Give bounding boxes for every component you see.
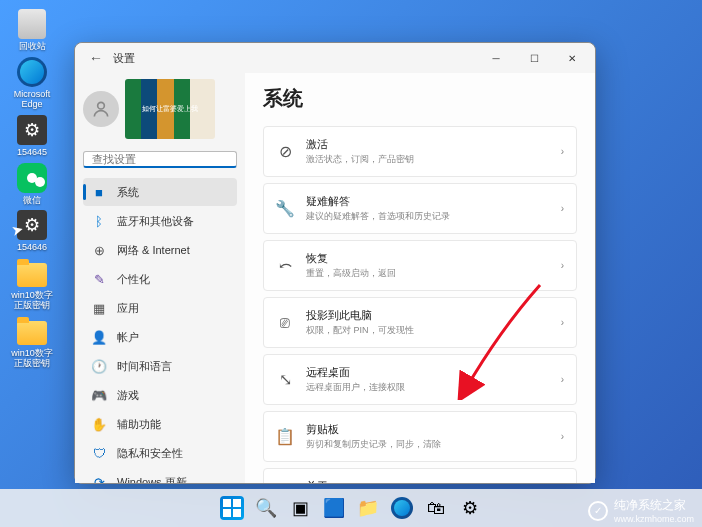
page-title: 系统: [263, 85, 577, 112]
nav-item-5[interactable]: 👤帐户: [83, 323, 237, 351]
nav-item-4[interactable]: ▦应用: [83, 294, 237, 322]
chevron-right-icon: ›: [561, 203, 564, 214]
settings-card-6[interactable]: ⓘ关于设备规格，重命名电脑，Windows 规格›: [263, 468, 577, 483]
taskbar-store[interactable]: 🛍: [421, 493, 451, 523]
nav-item-3[interactable]: ✎个性化: [83, 265, 237, 293]
desktop-icon-wechat[interactable]: 微信: [8, 162, 56, 206]
nav-icon: ▦: [91, 300, 107, 316]
nav-icon: 🕐: [91, 358, 107, 374]
chevron-right-icon: ›: [561, 146, 564, 157]
nav-icon: 🛡: [91, 445, 107, 461]
back-button[interactable]: ←: [89, 50, 103, 66]
card-icon: ⊘: [276, 143, 294, 161]
card-subtitle: 激活状态，订阅，产品密钥: [306, 153, 549, 166]
nav-item-9[interactable]: 🛡隐私和安全性: [83, 439, 237, 467]
watermark-url: www.kzmhome.com: [614, 514, 694, 524]
nav-label: Windows 更新: [117, 475, 187, 484]
search-input[interactable]: [84, 153, 238, 165]
start-button[interactable]: [217, 493, 247, 523]
window-title: 设置: [113, 51, 135, 66]
chevron-right-icon: ›: [561, 317, 564, 328]
settings-card-3[interactable]: ⎚投影到此电脑权限，配对 PIN，可发现性›: [263, 297, 577, 348]
chevron-right-icon: ›: [561, 374, 564, 385]
nav-label: 应用: [117, 301, 139, 316]
chevron-right-icon: ›: [561, 260, 564, 271]
settings-card-0[interactable]: ⊘激活激活状态，订阅，产品密钥›: [263, 126, 577, 177]
nav-icon: ⟳: [91, 474, 107, 483]
nav-icon: 🎮: [91, 387, 107, 403]
taskbar-edge[interactable]: [387, 493, 417, 523]
nav-label: 时间和语言: [117, 359, 172, 374]
nav-item-8[interactable]: ✋辅助功能: [83, 410, 237, 438]
close-button[interactable]: ✕: [553, 44, 591, 72]
desktop-icon-app1[interactable]: ⚙154645: [8, 114, 56, 158]
settings-card-4[interactable]: ⤡远程桌面远程桌面用户，连接权限›: [263, 354, 577, 405]
gear-icon: ⚙: [17, 115, 47, 145]
nav-label: 网络 & Internet: [117, 243, 190, 258]
card-title: 疑难解答: [306, 194, 549, 209]
nav-icon: ᛒ: [91, 213, 107, 229]
folder-icon: [17, 321, 47, 345]
taskbar-search[interactable]: 🔍: [251, 493, 281, 523]
card-subtitle: 权限，配对 PIN，可发现性: [306, 324, 549, 337]
taskbar-taskview[interactable]: ▣: [285, 493, 315, 523]
card-icon: 🔧: [276, 200, 294, 218]
card-icon: ⤡: [276, 371, 294, 389]
desktop-icon-folder2[interactable]: win10数字正版密钥: [8, 315, 56, 369]
card-subtitle: 重置，高级启动，返回: [306, 267, 549, 280]
nav-item-7[interactable]: 🎮游戏: [83, 381, 237, 409]
nav-item-0[interactable]: ■系统: [83, 178, 237, 206]
settings-window: ← 设置 ─ ☐ ✕ 如何让富婆爱上我 🔍 ■系统ᛒ蓝牙和其他设备⊕网络 & I…: [74, 42, 596, 484]
nav-icon: ⊕: [91, 242, 107, 258]
nav-label: 帐户: [117, 330, 139, 345]
settings-card-1[interactable]: 🔧疑难解答建议的疑难解答，首选项和历史记录›: [263, 183, 577, 234]
nav-label: 辅助功能: [117, 417, 161, 432]
edge-icon: [17, 57, 47, 87]
nav-item-6[interactable]: 🕐时间和语言: [83, 352, 237, 380]
maximize-button[interactable]: ☐: [515, 44, 553, 72]
desktop-icon-recycle[interactable]: 回收站: [8, 8, 56, 52]
nav-item-1[interactable]: ᛒ蓝牙和其他设备: [83, 207, 237, 235]
recycle-bin-icon: [18, 9, 46, 39]
nav-label: 游戏: [117, 388, 139, 403]
search-box[interactable]: 🔍: [83, 151, 237, 168]
card-icon: ⎚: [276, 314, 294, 332]
card-subtitle: 剪切和复制历史记录，同步，清除: [306, 438, 549, 451]
titlebar: ← 设置 ─ ☐ ✕: [75, 43, 595, 73]
card-title: 恢复: [306, 251, 549, 266]
nav-icon: ✋: [91, 416, 107, 432]
sidebar: 如何让富婆爱上我 🔍 ■系统ᛒ蓝牙和其他设备⊕网络 & Internet✎个性化…: [75, 73, 245, 483]
main-panel: 系统 ⊘激活激活状态，订阅，产品密钥›🔧疑难解答建议的疑难解答，首选项和历史记录…: [245, 73, 595, 483]
nav-item-10[interactable]: ⟳Windows 更新: [83, 468, 237, 483]
nav-item-2[interactable]: ⊕网络 & Internet: [83, 236, 237, 264]
desktop-icons: 回收站 Microsoft Edge ⚙154645 微信 ⚙154646 wi…: [8, 8, 56, 369]
card-title: 投影到此电脑: [306, 308, 549, 323]
minimize-button[interactable]: ─: [477, 44, 515, 72]
taskbar-widgets[interactable]: 🟦: [319, 493, 349, 523]
svg-point-0: [98, 102, 105, 109]
watermark-badge-icon: [588, 501, 608, 521]
folder-icon: [17, 263, 47, 287]
nav-label: 蓝牙和其他设备: [117, 214, 194, 229]
books-image: 如何让富婆爱上我: [125, 79, 215, 139]
nav-label: 个性化: [117, 272, 150, 287]
card-title: 关于: [306, 479, 549, 483]
user-header[interactable]: 如何让富婆爱上我: [83, 79, 237, 139]
edge-icon: [391, 497, 413, 519]
chevron-right-icon: ›: [561, 431, 564, 442]
nav-label: 系统: [117, 185, 139, 200]
settings-card-5[interactable]: 📋剪贴板剪切和复制历史记录，同步，清除›: [263, 411, 577, 462]
search-icon: 🔍: [238, 152, 245, 166]
watermark-brand: 纯净系统之家: [614, 497, 694, 514]
card-icon: ⤺: [276, 257, 294, 275]
card-title: 远程桌面: [306, 365, 549, 380]
card-icon: 📋: [276, 428, 294, 446]
card-title: 剪贴板: [306, 422, 549, 437]
taskbar-explorer[interactable]: 📁: [353, 493, 383, 523]
taskbar-settings[interactable]: ⚙: [455, 493, 485, 523]
settings-card-2[interactable]: ⤺恢复重置，高级启动，返回›: [263, 240, 577, 291]
card-subtitle: 建议的疑难解答，首选项和历史记录: [306, 210, 549, 223]
nav-icon: 👤: [91, 329, 107, 345]
desktop-icon-folder1[interactable]: win10数字正版密钥: [8, 257, 56, 311]
desktop-icon-edge[interactable]: Microsoft Edge: [8, 56, 56, 110]
